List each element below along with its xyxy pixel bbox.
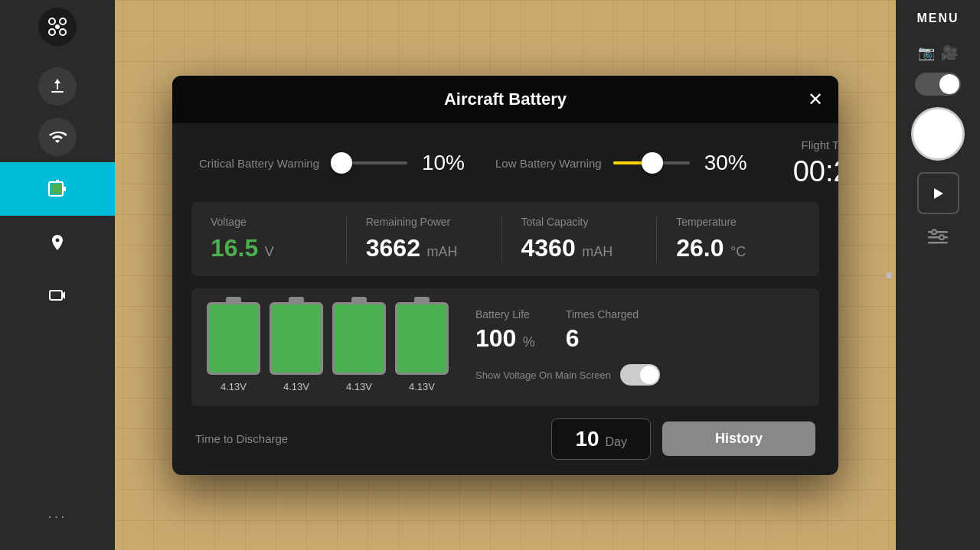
temperature-item: Temperature 26.0 °C xyxy=(656,216,800,262)
sidebar-item-takeoff[interactable] xyxy=(38,67,77,106)
svg-point-15 xyxy=(939,235,944,239)
camera-icon-row: 📷 🎥 xyxy=(918,44,958,61)
svg-rect-9 xyxy=(50,291,62,300)
low-battery-group: Low Battery Warning 30% xyxy=(495,151,747,175)
svg-point-0 xyxy=(49,18,55,24)
battery-cell-1: 4.13V xyxy=(207,302,260,392)
total-capacity-label: Total Capacity xyxy=(521,216,645,228)
battery-panel: 4.13V 4.13V 4.13V 4.13V xyxy=(191,288,819,406)
camera-photo-icon[interactable]: 📷 xyxy=(918,44,935,61)
battery-life-stat: Battery Life 100 % xyxy=(475,308,535,353)
settings-icon[interactable] xyxy=(926,226,949,252)
sidebar-item-camera-settings[interactable] xyxy=(0,269,115,323)
svg-rect-11 xyxy=(928,231,948,233)
battery-body-1 xyxy=(207,302,260,375)
battery-cell-2: 4.13V xyxy=(270,302,323,392)
sidebar-item-location[interactable] xyxy=(0,216,115,269)
battery-life-value: 100 xyxy=(475,324,516,352)
remaining-power-item: Remaining Power 3662 mAH xyxy=(346,216,490,262)
temperature-label: Temperature xyxy=(676,216,800,228)
battery-info-right: Battery Life 100 % Times Charged 6 xyxy=(460,308,804,386)
bottom-row: Time to Discharge 10 Day History xyxy=(191,418,819,460)
battery-cell-3: 4.13V xyxy=(332,302,386,392)
battery-body-4 xyxy=(395,302,449,375)
battery-cell-4: 4.13V xyxy=(395,302,449,392)
playback-button[interactable] xyxy=(917,172,959,214)
voltage-item: Voltage 16.5 V xyxy=(211,216,335,262)
show-voltage-label: Show Voltage On Main Screen xyxy=(475,369,611,381)
flight-time-value: 00:25 xyxy=(793,155,838,188)
voltage-value: 16.5 V xyxy=(211,234,335,262)
battery-life-unit: % xyxy=(523,334,535,350)
battery-body-3 xyxy=(332,302,386,375)
modal-header: Aircraft Battery ✕ xyxy=(172,76,838,123)
battery-life-value-wrapper: 100 % xyxy=(475,324,535,353)
discharge-value-box: 10 Day xyxy=(551,418,651,460)
left-sidebar: ··· xyxy=(0,0,115,550)
critical-battery-group: Critical Battery Warning 10% xyxy=(199,151,465,175)
flight-time-group: Flight Time 00:25 xyxy=(778,138,838,188)
svg-point-4 xyxy=(55,24,60,29)
cell-voltage-2: 4.13V xyxy=(283,381,309,392)
times-charged-value: 6 xyxy=(566,324,580,352)
svg-point-14 xyxy=(932,229,936,234)
modal-body: Critical Battery Warning 10% Low Battery… xyxy=(172,123,838,475)
flight-time-label: Flight Time xyxy=(793,138,838,151)
low-battery-slider[interactable] xyxy=(613,161,690,164)
close-button[interactable]: ✕ xyxy=(808,90,823,109)
discharge-label: Time to Discharge xyxy=(195,432,540,445)
sidebar-item-battery[interactable] xyxy=(0,162,115,216)
side-indicator-dot xyxy=(886,272,892,278)
top-controls: Critical Battery Warning 10% Low Battery… xyxy=(191,138,819,188)
sidebar-item-wifi[interactable] xyxy=(38,118,77,156)
total-capacity-value: 4360 mAH xyxy=(521,234,645,262)
battery-body-2 xyxy=(270,302,323,375)
logo-button[interactable] xyxy=(38,8,77,46)
svg-rect-8 xyxy=(63,187,66,191)
svg-rect-7 xyxy=(51,184,61,194)
svg-rect-12 xyxy=(928,236,948,239)
camera-video-icon[interactable]: 🎥 xyxy=(941,44,958,61)
cell-voltage-1: 4.13V xyxy=(220,381,247,392)
right-sidebar: MENU 📷 🎥 xyxy=(896,0,980,550)
svg-point-3 xyxy=(60,29,66,35)
low-battery-value: 30% xyxy=(701,151,747,175)
critical-battery-label: Critical Battery Warning xyxy=(199,157,319,170)
toggle-knob xyxy=(640,366,658,384)
times-charged-value-wrapper: 6 xyxy=(566,324,639,353)
svg-point-1 xyxy=(60,18,66,24)
show-voltage-row: Show Voltage On Main Screen xyxy=(475,364,804,386)
right-toggle-knob xyxy=(939,74,959,94)
discharge-unit: Day xyxy=(606,435,627,449)
menu-label: MENU xyxy=(916,11,959,25)
svg-marker-10 xyxy=(934,188,943,199)
cell-voltage-3: 4.13V xyxy=(346,381,372,392)
battery-life-label: Battery Life xyxy=(475,308,535,321)
voltage-label: Voltage xyxy=(211,216,335,228)
info-panel: Voltage 16.5 V Remaining Power 3662 mAH … xyxy=(191,202,819,276)
total-capacity-item: Total Capacity 4360 mAH xyxy=(501,216,645,262)
low-battery-label: Low Battery Warning xyxy=(495,157,602,170)
battery-stats-row: Battery Life 100 % Times Charged 6 xyxy=(475,308,804,353)
critical-battery-slider[interactable] xyxy=(331,161,407,164)
discharge-num: 10 xyxy=(575,427,599,451)
battery-cells: 4.13V 4.13V 4.13V 4.13V xyxy=(207,302,449,392)
right-toggle[interactable] xyxy=(915,73,961,96)
modal-area: Aircraft Battery ✕ Critical Battery Warn… xyxy=(115,0,896,550)
times-charged-label: Times Charged xyxy=(566,308,639,321)
aircraft-battery-modal: Aircraft Battery ✕ Critical Battery Warn… xyxy=(172,76,838,475)
sidebar-item-more[interactable]: ··· xyxy=(0,489,115,542)
svg-point-2 xyxy=(49,29,55,35)
history-button[interactable]: History xyxy=(662,421,815,456)
critical-battery-value: 10% xyxy=(419,151,465,175)
modal-title: Aircraft Battery xyxy=(444,89,567,109)
remaining-power-label: Remaining Power xyxy=(366,216,490,228)
show-voltage-toggle[interactable] xyxy=(620,364,660,386)
cell-voltage-4: 4.13V xyxy=(409,381,435,392)
times-charged-stat: Times Charged 6 xyxy=(566,308,639,353)
shutter-button[interactable] xyxy=(911,107,965,161)
svg-rect-5 xyxy=(51,91,64,93)
svg-rect-13 xyxy=(928,242,948,244)
temperature-value: 26.0 °C xyxy=(676,234,800,262)
remaining-power-value: 3662 mAH xyxy=(366,234,490,262)
